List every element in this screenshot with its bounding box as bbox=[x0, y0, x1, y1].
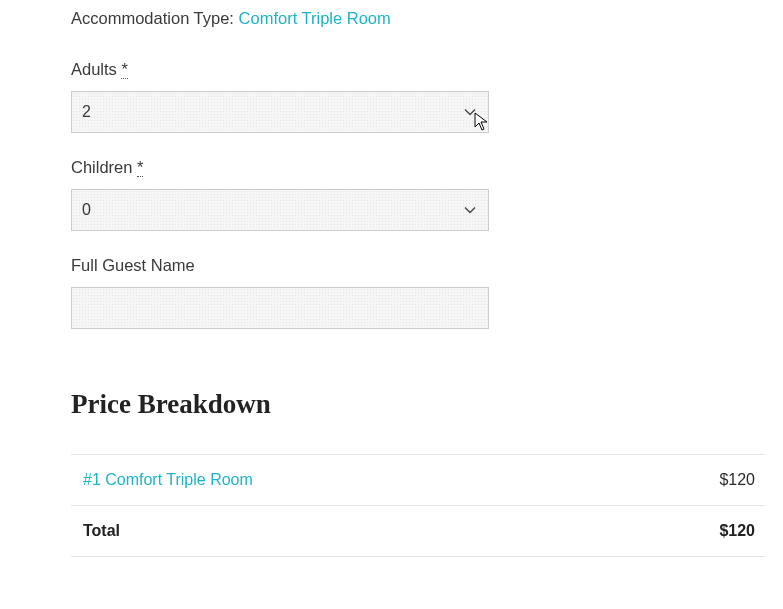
adults-required-mark: * bbox=[121, 60, 127, 79]
price-line-item-link-text[interactable]: #1 Comfort Triple Room bbox=[83, 471, 253, 488]
price-line-item-amount: $120 bbox=[719, 471, 755, 489]
price-line-item-link[interactable]: #1 Comfort Triple Room bbox=[83, 471, 253, 489]
price-total-label: Total bbox=[83, 522, 120, 540]
price-breakdown-heading: Price Breakdown bbox=[71, 389, 765, 420]
children-field: Children * 0 bbox=[71, 158, 783, 231]
accommodation-type-label: Accommodation Type: bbox=[71, 9, 234, 27]
price-total-amount: $120 bbox=[719, 522, 755, 540]
adults-label: Adults * bbox=[71, 60, 783, 79]
children-label: Children * bbox=[71, 158, 783, 177]
full-guest-name-field: Full Guest Name bbox=[71, 256, 783, 329]
full-guest-name-input[interactable] bbox=[71, 287, 489, 329]
full-guest-name-label: Full Guest Name bbox=[71, 256, 783, 275]
accommodation-type-line: Accommodation Type: Comfort Triple Room bbox=[71, 9, 783, 28]
price-breakdown-section: Price Breakdown #1 Comfort Triple Room $… bbox=[71, 389, 783, 557]
adults-field: Adults * 2 bbox=[71, 60, 783, 133]
adults-label-text: Adults bbox=[71, 60, 117, 78]
price-total-row: Total $120 bbox=[71, 505, 765, 557]
children-select-wrap: 0 bbox=[71, 189, 489, 231]
adults-select[interactable]: 2 bbox=[72, 92, 488, 132]
price-line-item: #1 Comfort Triple Room $120 bbox=[71, 454, 765, 505]
accommodation-type-link[interactable]: Comfort Triple Room bbox=[239, 9, 391, 27]
adults-select-wrap: 2 bbox=[71, 91, 489, 133]
accommodation-type-link-text[interactable]: Comfort Triple Room bbox=[239, 9, 391, 27]
children-required-mark: * bbox=[137, 158, 143, 177]
children-select[interactable]: 0 bbox=[72, 190, 488, 230]
children-label-text: Children bbox=[71, 158, 132, 176]
